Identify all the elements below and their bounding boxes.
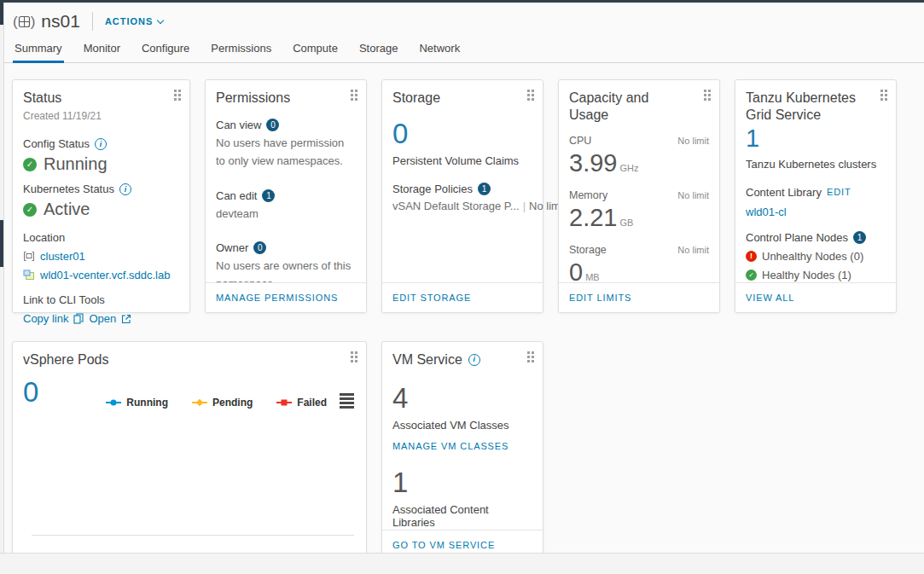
chart-menu-icon[interactable] [340, 393, 354, 409]
drag-handle-icon[interactable] [351, 90, 357, 101]
content-libraries-label: Associated Content Libraries [392, 503, 532, 529]
capacity-row-cpu: CPU No limit 3.99GHz [569, 135, 709, 178]
info-icon[interactable]: i [95, 138, 107, 150]
drag-handle-icon[interactable] [527, 351, 534, 362]
cli-links-row: Copy link Open [23, 312, 179, 325]
card-title: vSphere Pods [23, 351, 356, 368]
copy-icon[interactable] [73, 313, 84, 324]
tab-compute[interactable]: Compute [291, 37, 340, 62]
count-badge: 1 [262, 189, 275, 202]
open-link[interactable]: Open [89, 312, 116, 325]
legend-item-running[interactable]: Running [106, 397, 168, 409]
chevron-down-icon [157, 16, 164, 23]
content-library-link[interactable]: wld01-cl [746, 206, 787, 218]
storage-policy-name: vSAN Default Storage P... [392, 200, 520, 212]
tab-summary[interactable]: Summary [13, 37, 64, 62]
edit-limits-button[interactable]: EDIT LIMITS [569, 293, 631, 303]
created-date: Created 11/19/21 [23, 110, 179, 122]
location-label: Location [23, 231, 179, 244]
tab-monitor[interactable]: Monitor [82, 37, 122, 62]
memory-usage-value: 2.21GB [569, 203, 709, 233]
actions-menu-button[interactable]: ACTIONS [105, 16, 164, 26]
can-view-label: Can view 0 [216, 119, 356, 131]
permissions-card: Permissions Can view 0 No users have per… [205, 79, 367, 313]
card-title: Status [23, 90, 179, 107]
drag-handle-icon[interactable] [880, 90, 887, 101]
card-title: Capacity and Usage [569, 90, 709, 124]
vcenter-link[interactable]: wld01-vcenter.vcf.sddc.lab [40, 269, 170, 281]
drag-handle-icon[interactable] [351, 351, 357, 362]
edit-content-library-button[interactable]: EDIT [827, 187, 851, 197]
capacity-usage-card: Capacity and Usage CPU No limit 3.99GHz … [558, 79, 720, 313]
drag-handle-icon[interactable] [174, 90, 181, 101]
card-title: Permissions [216, 90, 356, 107]
card-title: VM Service i [392, 351, 532, 368]
card-title: Storage [392, 90, 532, 107]
pvc-label: Persistent Volume Claims [392, 153, 532, 171]
capacity-row-memory: Memory No limit 2.21GB [569, 189, 709, 233]
go-to-vm-service-button[interactable]: GO TO VM SERVICE [392, 540, 495, 550]
view-all-button[interactable]: VIEW ALL [746, 293, 794, 303]
failed-marker-icon [276, 402, 292, 403]
drag-handle-icon[interactable] [527, 90, 534, 101]
config-status-label: Config Status i [23, 137, 179, 150]
count-badge: 0 [253, 241, 266, 254]
content-libraries-count: 1 [392, 468, 532, 496]
count-badge: 0 [266, 119, 279, 131]
copy-link[interactable]: Copy link [23, 312, 68, 325]
legend-item-failed[interactable]: Failed [276, 397, 327, 409]
chart-x-axis [32, 535, 354, 536]
manage-vm-classes-button[interactable]: MANAGE VM CLASSES [392, 441, 508, 451]
tab-storage[interactable]: Storage [357, 37, 400, 62]
tab-network[interactable]: Network [417, 37, 462, 62]
tanzu-card: Tanzu Kubernetes Grid Service 1 Tanzu Ku… [735, 79, 897, 313]
error-circle-icon: ! [746, 251, 757, 262]
info-icon[interactable]: i [468, 354, 480, 366]
cluster-row: cluster01 [23, 250, 179, 263]
storage-limit: No limit [677, 245, 709, 255]
cpu-unit: GHz [619, 163, 638, 173]
storage-card: Storage 0 Persistent Volume Claims Stora… [381, 79, 543, 313]
storage-policy-row: vSAN Default Storage P...|No limit [392, 200, 532, 212]
storage-policies-label: Storage Policies 1 [392, 183, 532, 195]
can-edit-value: devteam [216, 206, 356, 223]
status-card: Status Created 11/19/21 Config Status i … [12, 79, 190, 313]
check-circle-icon: ✓ [746, 270, 757, 281]
cpu-limit: No limit [677, 136, 709, 146]
healthy-nodes-row: ✓ Healthy Nodes (1) [746, 269, 886, 281]
pvc-count: 0 [392, 119, 532, 149]
edit-storage-button[interactable]: EDIT STORAGE [392, 293, 471, 303]
count-badge: 1 [478, 183, 491, 195]
card-footer: EDIT LIMITS [559, 282, 719, 312]
drag-handle-icon[interactable] [704, 90, 711, 101]
object-header: ( ) ns01 ACTIONS [0, 3, 924, 37]
tanzu-cluster-count: 1 [746, 125, 886, 153]
memory-label: Memory [569, 189, 607, 201]
vm-classes-count: 4 [392, 384, 532, 412]
vcenter-row: wld01-vcenter.vcf.sddc.lab [23, 269, 179, 281]
namespace-icon: ( ) [13, 14, 35, 29]
vm-classes-label: Associated VM Classes [392, 419, 532, 432]
legend-item-pending[interactable]: Pending [192, 397, 253, 409]
card-footer: EDIT STORAGE [382, 282, 543, 312]
external-link-icon[interactable] [121, 314, 131, 324]
left-nav-edge-segment [0, 220, 3, 267]
pending-marker-icon [192, 402, 207, 403]
count-badge: 1 [853, 231, 866, 244]
cpu-usage-value: 3.99GHz [569, 148, 709, 178]
storage-label: Storage [569, 244, 607, 256]
memory-unit: GB [619, 217, 633, 228]
content-library-label: Content Library EDIT [746, 186, 886, 199]
header-divider [92, 12, 93, 31]
manage-permissions-button[interactable]: MANAGE PERMISSIONS [216, 293, 338, 303]
tab-permissions[interactable]: Permissions [209, 37, 273, 62]
info-icon[interactable]: i [119, 183, 131, 195]
vsphere-pods-card: vSphere Pods 0 Running Pending Failed [12, 341, 367, 560]
storage-unit: MB [585, 272, 600, 282]
unhealthy-nodes-label: Unhealthy Nodes (0) [762, 250, 863, 263]
memory-limit: No limit [677, 190, 709, 200]
cluster-link[interactable]: cluster01 [40, 250, 85, 263]
config-status-value: ✓ Running [23, 154, 179, 174]
tab-configure[interactable]: Configure [140, 37, 191, 62]
left-nav-edge-segment [0, 3, 3, 25]
